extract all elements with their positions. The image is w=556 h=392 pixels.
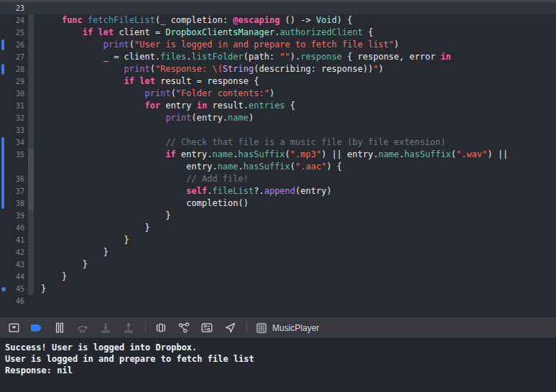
step-into-icon xyxy=(99,322,112,334)
code-line[interactable]: 35 if entry.name.hasSuffix(".mp3") || en… xyxy=(0,149,556,161)
code-line[interactable]: 31 for entry in result.entries { xyxy=(0,100,556,112)
location-arrow-icon xyxy=(224,322,236,334)
code-text: } xyxy=(34,271,67,283)
code-text: } xyxy=(34,246,108,258)
code-line[interactable]: 24 func fetchFileList(_ completion: @esc… xyxy=(0,14,556,27)
line-number[interactable]: 46 xyxy=(0,295,26,307)
fold-ribbon xyxy=(27,100,34,112)
fold-ribbon xyxy=(27,210,34,222)
memory-graph-button[interactable] xyxy=(176,319,192,337)
code-line[interactable]: 25 if let client = DropboxClientsManager… xyxy=(0,27,556,39)
code-text: func fetchFileList(_ completion: @escapi… xyxy=(34,14,353,27)
line-number[interactable]: 41 xyxy=(0,234,26,246)
step-out-button[interactable] xyxy=(121,319,136,337)
change-bar xyxy=(1,185,4,197)
fold-ribbon xyxy=(27,234,34,246)
step-over-button[interactable] xyxy=(75,319,91,337)
line-number[interactable]: 43 xyxy=(0,258,26,271)
code-line[interactable]: 38 completion() xyxy=(0,197,556,210)
console-line: User is logged in and prepare to fetch f… xyxy=(5,353,551,365)
code-line[interactable]: 41 } xyxy=(0,234,556,246)
line-number[interactable]: 39 xyxy=(0,210,26,222)
line-number[interactable]: 24 xyxy=(0,14,26,27)
toolbar-separator xyxy=(145,322,146,334)
change-bar xyxy=(1,39,4,50)
code-text xyxy=(34,124,41,136)
fold-ribbon xyxy=(27,75,34,88)
fold-ribbon xyxy=(27,88,34,100)
code-line[interactable]: 46 xyxy=(0,295,556,307)
line-number[interactable]: 30 xyxy=(0,88,26,100)
app-grid-icon xyxy=(256,322,267,334)
code-area[interactable]: 2324 func fetchFileList(_ completion: @e… xyxy=(0,2,556,307)
line-number[interactable]: 40 xyxy=(0,222,26,234)
code-line[interactable]: 29 if let result = response { xyxy=(0,75,556,88)
line-number[interactable]: 27 xyxy=(0,51,26,63)
line-number[interactable]: 44 xyxy=(0,271,26,283)
change-bar xyxy=(1,161,4,173)
change-bar xyxy=(1,137,4,149)
fold-ribbon xyxy=(27,185,34,197)
line-number[interactable]: 32 xyxy=(0,112,26,124)
console-line: Response: nil xyxy=(5,365,551,376)
code-line[interactable]: entry.name.hasSuffix(".aac") { xyxy=(0,161,556,173)
fold-ribbon xyxy=(27,51,34,63)
step-over-icon xyxy=(76,322,89,334)
code-line[interactable]: 33 xyxy=(0,124,556,136)
code-line[interactable]: 44 } xyxy=(0,271,556,283)
code-text: } xyxy=(34,222,150,234)
code-line[interactable]: 42 } xyxy=(0,246,556,258)
code-text: completion() xyxy=(34,197,249,210)
code-line[interactable]: 34 // Check that file is a music file (b… xyxy=(0,136,556,149)
code-text: if let client = DropboxClientsManager.au… xyxy=(34,27,373,39)
code-line[interactable]: 40 } xyxy=(0,222,556,234)
simulate-location-button[interactable] xyxy=(222,319,238,337)
code-line[interactable]: 45} xyxy=(0,283,556,295)
code-line[interactable]: 30 print("Folder contents:") xyxy=(0,88,556,100)
code-line[interactable]: 36 // Add file! xyxy=(0,173,556,185)
code-line[interactable]: 43 } xyxy=(0,258,556,271)
change-dot xyxy=(1,287,6,291)
code-line[interactable]: 28 print("Response: \(String(describing:… xyxy=(0,63,556,75)
fold-ribbon xyxy=(27,258,34,271)
memory-graph-icon xyxy=(177,322,190,334)
fold-ribbon xyxy=(27,283,34,295)
environment-overrides-button[interactable] xyxy=(199,319,215,337)
hide-debug-area-button[interactable] xyxy=(6,319,22,337)
fold-ribbon xyxy=(27,27,34,39)
process-name-label: MusicPlayer xyxy=(272,323,319,333)
code-text: print(entry.name) xyxy=(34,112,254,124)
code-text xyxy=(34,2,41,14)
code-text: if let result = response { xyxy=(34,75,259,88)
line-number[interactable]: 33 xyxy=(0,124,26,136)
code-text: for entry in result.entries { xyxy=(34,100,295,112)
code-line[interactable]: 23 xyxy=(0,2,556,14)
code-text xyxy=(34,295,41,307)
code-text: _ = client.files.listFolder(path: "").re… xyxy=(34,51,451,63)
view-hierarchy-button[interactable] xyxy=(153,319,169,337)
step-into-button[interactable] xyxy=(98,319,113,337)
code-text: } xyxy=(34,234,129,246)
toolbar-separator xyxy=(246,322,247,334)
breakpoints-toggle-button[interactable] xyxy=(29,319,45,337)
code-text: // Check that file is a music file (by f… xyxy=(34,136,446,149)
code-line[interactable]: 27 _ = client.files.listFolder(path: "")… xyxy=(0,51,556,63)
code-line[interactable]: 26 print("User is logged in and prepare … xyxy=(0,39,556,51)
line-number[interactable]: 23 xyxy=(0,2,26,14)
code-line[interactable]: 37 self.fileList?.append(entry) xyxy=(0,185,556,197)
code-line[interactable]: 39 } xyxy=(0,210,556,222)
code-editor[interactable]: 2324 func fetchFileList(_ completion: @e… xyxy=(0,0,556,317)
fold-ribbon xyxy=(27,112,34,124)
environment-overrides-icon xyxy=(200,322,213,334)
line-number[interactable]: 31 xyxy=(0,100,26,112)
line-number[interactable]: 29 xyxy=(0,75,26,88)
code-line[interactable]: 32 print(entry.name) xyxy=(0,112,556,124)
pause-icon xyxy=(54,322,65,334)
code-text: print("Response: \(String(describing: re… xyxy=(34,63,384,75)
line-number[interactable]: 25 xyxy=(0,27,26,39)
pause-button[interactable] xyxy=(52,319,68,337)
view-hierarchy-icon xyxy=(154,322,167,334)
console-line: Success! User is logged into Dropbox. xyxy=(5,342,551,353)
line-number[interactable]: 42 xyxy=(0,246,26,258)
console-output[interactable]: Success! User is logged into Dropbox.Use… xyxy=(0,339,556,392)
